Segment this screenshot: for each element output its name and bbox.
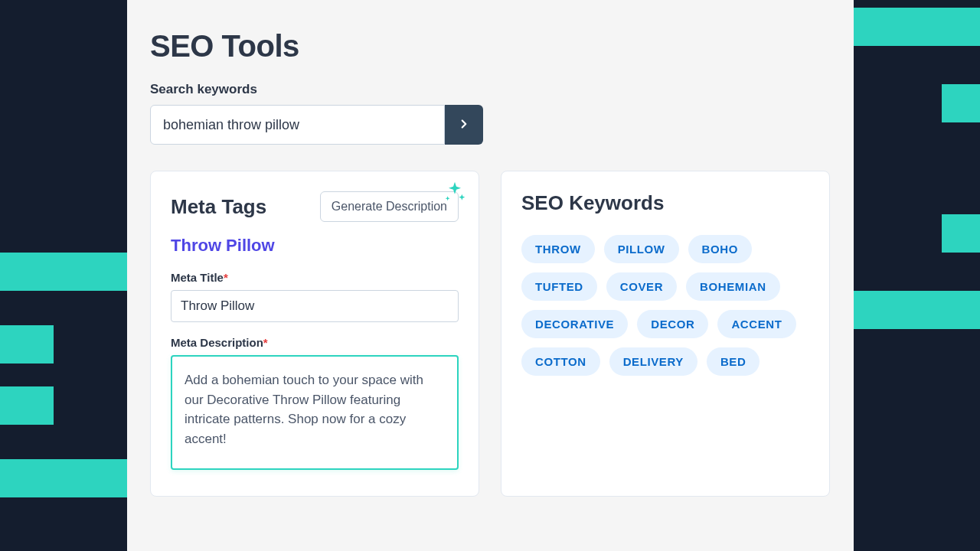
meta-tags-header: Meta Tags Generate Description	[171, 191, 459, 222]
required-indicator: *	[263, 336, 268, 349]
chevron-right-icon	[457, 117, 471, 133]
product-name: Throw Pillow	[171, 236, 459, 256]
search-row	[150, 105, 483, 145]
app-panel: SEO Tools Search keywords Meta Tags Gene…	[127, 0, 854, 551]
meta-tags-title: Meta Tags	[171, 195, 266, 219]
bg-swoosh-right-inner	[942, 84, 980, 253]
seo-keywords-card: SEO Keywords THROWPILLOWBOHOTUFTEDCOVERB…	[501, 171, 830, 497]
keyword-chip[interactable]: DECOR	[637, 310, 708, 338]
keyword-chip[interactable]: PILLOW	[604, 235, 679, 263]
meta-description-textarea[interactable]: Add a bohemian touch to your space with …	[171, 355, 459, 470]
keyword-chip[interactable]: COVER	[606, 272, 677, 301]
bg-swoosh-left-inner	[0, 325, 54, 425]
keyword-chip[interactable]: ACCENT	[717, 310, 795, 338]
required-indicator: *	[224, 271, 228, 284]
meta-tags-card: Meta Tags Generate Description Throw Pil…	[150, 171, 479, 497]
seo-keywords-title: SEO Keywords	[521, 191, 809, 215]
meta-title-label-text: Meta Title	[171, 271, 224, 284]
cards-row: Meta Tags Generate Description Throw Pil…	[150, 171, 831, 497]
keyword-chip-list: THROWPILLOWBOHOTUFTEDCOVERBOHEMIANDECORA…	[521, 235, 809, 376]
keyword-chip[interactable]: TUFTED	[521, 272, 597, 301]
generate-description-label: Generate Description	[332, 200, 447, 213]
keyword-chip[interactable]: BED	[707, 347, 760, 376]
meta-description-label-text: Meta Description	[171, 336, 263, 349]
keyword-chip[interactable]: DELIVERY	[609, 347, 697, 376]
keyword-chip[interactable]: THROW	[521, 235, 595, 263]
keyword-chip[interactable]: BOHO	[688, 235, 752, 263]
keyword-chip[interactable]: COTTON	[521, 347, 600, 376]
keyword-chip[interactable]: BOHEMIAN	[686, 272, 779, 301]
meta-title-input[interactable]	[171, 290, 459, 322]
meta-title-label: Meta Title*	[171, 271, 459, 284]
search-label: Search keywords	[150, 82, 831, 97]
search-submit-button[interactable]	[445, 105, 483, 145]
sparkle-icon	[443, 180, 467, 207]
meta-description-label: Meta Description*	[171, 336, 459, 349]
generate-description-button[interactable]: Generate Description	[320, 191, 459, 222]
page-title: SEO Tools	[150, 29, 831, 64]
keyword-chip[interactable]: DECORATIVE	[521, 310, 628, 338]
search-input[interactable]	[150, 105, 445, 145]
